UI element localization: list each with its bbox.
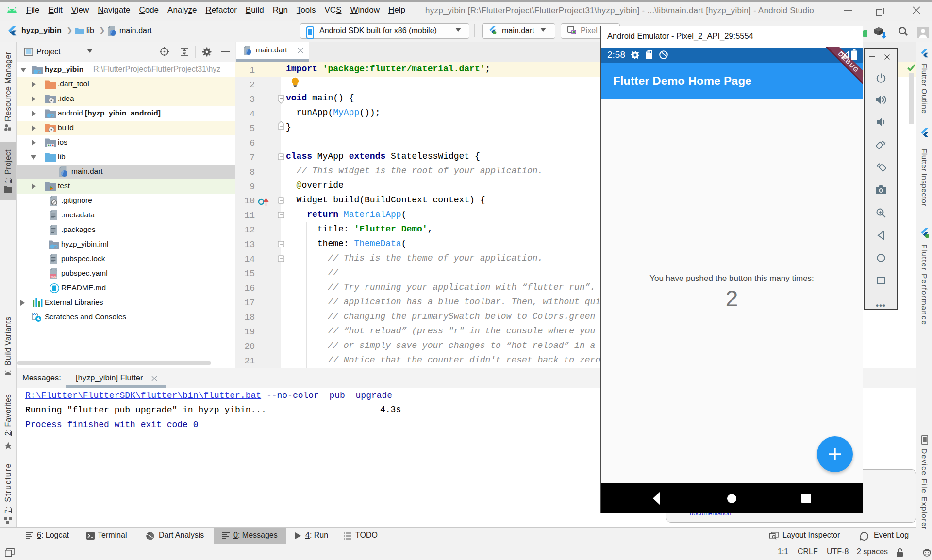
svg-text:YML: YML	[50, 275, 57, 278]
